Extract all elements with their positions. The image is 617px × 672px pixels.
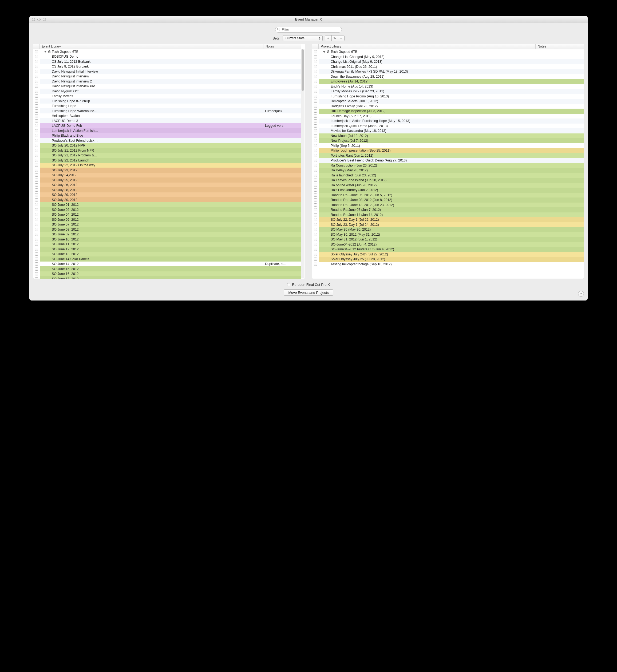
row-checkbox[interactable] (35, 257, 38, 261)
row-checkbox[interactable] (35, 60, 38, 63)
row-checkbox[interactable] (35, 75, 38, 78)
table-row[interactable]: Helicopters-Avalon (33, 114, 301, 119)
row-checkbox[interactable] (314, 115, 317, 118)
disclosure-triangle-icon[interactable] (323, 51, 326, 53)
row-checkbox[interactable] (314, 164, 317, 167)
row-checkbox[interactable] (35, 243, 38, 246)
row-checkbox[interactable] (314, 194, 317, 197)
table-row[interactable]: SO June 04, 2012 (33, 212, 301, 217)
row-checkbox[interactable] (314, 125, 317, 128)
row-checkbox[interactable] (35, 193, 38, 196)
row-checkbox[interactable] (35, 50, 38, 53)
row-checkbox[interactable] (314, 55, 317, 58)
row-checkbox[interactable] (314, 65, 317, 68)
row-checkbox[interactable] (35, 139, 38, 142)
row-checkbox[interactable] (314, 169, 317, 172)
table-row[interactable]: Road to Ra June 14 (Jun 14, 2012) (312, 212, 584, 218)
table-row[interactable]: Furnishing Hope Promo (Aug 16, 2013) (312, 94, 584, 99)
row-checkbox[interactable] (314, 179, 317, 182)
table-row[interactable]: David Newquist Initial Interview (33, 69, 301, 74)
table-row[interactable]: LACPUG Demo FebLogged vers… (33, 123, 301, 129)
sets-select[interactable]: Current State ▲▼ (282, 35, 323, 41)
table-row[interactable]: Launch Day (Aug 27, 2012) (312, 114, 584, 119)
table-row[interactable]: SO July 25, 2012 (33, 178, 301, 183)
table-row[interactable]: Erick's Home (Aug 14, 2013) (312, 84, 584, 89)
table-row[interactable]: LACPUG Demo 3 (33, 118, 301, 123)
move-button[interactable]: Move Events and Projects (284, 289, 333, 296)
reopen-checkbox[interactable] (287, 283, 290, 286)
table-row[interactable]: SO June 11, 2012 (33, 242, 301, 247)
table-row[interactable]: SO June 17, 2012 (33, 276, 301, 279)
row-checkbox[interactable] (314, 109, 317, 113)
row-checkbox[interactable] (314, 188, 317, 192)
table-row[interactable]: SO July 28, 2012 (33, 187, 301, 192)
row-checkbox[interactable] (35, 267, 38, 271)
table-row[interactable]: SO July 21, 2012 Problem &… (33, 153, 301, 158)
table-row[interactable]: Family Movies (33, 94, 301, 99)
table-row[interactable]: David Nyquist Oct (33, 88, 301, 94)
row-checkbox[interactable] (314, 233, 317, 236)
table-row[interactable]: SO July 29, 2012 (33, 192, 301, 198)
table-row[interactable]: Ra on the water (Jun 26, 2012) (312, 183, 584, 188)
row-checkbox[interactable] (35, 208, 38, 211)
row-checkbox[interactable] (314, 257, 317, 261)
table-row[interactable]: SO June 15, 2012 (33, 266, 301, 271)
row-checkbox[interactable] (314, 139, 317, 142)
row-checkbox[interactable] (35, 144, 38, 147)
table-row[interactable]: SO June 07, 2012 (33, 222, 301, 227)
row-checkbox[interactable] (35, 179, 38, 182)
table-row[interactable]: SO-June04-2012 Private Cut (Jun 4, 2012) (312, 247, 584, 252)
row-checkbox[interactable] (35, 248, 38, 251)
filter-input[interactable] (275, 27, 342, 33)
row-checkbox[interactable] (35, 159, 38, 162)
table-row[interactable]: CS July 8, 2012 Burbank (33, 64, 301, 69)
table-row[interactable]: Producer's Best Friend quick… (33, 138, 301, 143)
row-checkbox[interactable] (35, 188, 38, 192)
event-col-notes[interactable]: Notes (263, 44, 301, 49)
row-checkbox[interactable] (314, 154, 317, 157)
row-checkbox[interactable] (35, 109, 38, 113)
table-row[interactable]: SO July 22, 2012 Launch (33, 158, 301, 163)
table-row[interactable]: BOSCPUG Demo (33, 54, 301, 59)
table-row[interactable]: Road to Ra - June 05, 2012 (Jun 5, 2012) (312, 193, 584, 198)
group-row[interactable]: G-Tech Gspeed 6TB (33, 49, 301, 54)
table-row[interactable]: SO June 01, 2012 (33, 202, 301, 207)
help-button[interactable]: ? (578, 291, 584, 297)
table-row[interactable]: Lumberjack in Action Furnishing Hope (Ma… (312, 119, 584, 124)
table-row[interactable]: Lumberjack in Action Furnish… (33, 128, 301, 133)
row-checkbox[interactable] (35, 124, 38, 127)
edit-set-button[interactable]: ✎ (332, 35, 338, 41)
row-checkbox[interactable] (35, 203, 38, 206)
table-row[interactable]: Road to Ra - June 13, 2012 (Jun 23, 2012… (312, 203, 584, 208)
table-row[interactable]: SO May 30 (May 30, 2012) (312, 227, 584, 232)
row-checkbox[interactable] (314, 75, 317, 78)
row-checkbox[interactable] (35, 174, 38, 177)
table-row[interactable]: SO May 30, 2012 (May 31, 2012) (312, 232, 584, 237)
group-row[interactable]: G-Tech Gspeed 6TB (312, 49, 584, 54)
row-checkbox[interactable] (314, 184, 317, 187)
table-row[interactable]: SO July 23, 2012 (33, 168, 301, 173)
row-checkbox[interactable] (314, 213, 317, 216)
table-row[interactable]: Testing helicopter footage (Sep 10, 2012… (312, 262, 584, 267)
row-checkbox[interactable] (314, 129, 317, 133)
table-row[interactable]: Producer's Best Friend Quick Demo (Aug 2… (312, 158, 584, 163)
row-checkbox[interactable] (35, 164, 38, 167)
table-row[interactable]: Furnishing Hope Warehouse…Lumberjack… (33, 108, 301, 114)
close-window-button[interactable] (32, 18, 35, 21)
minimize-window-button[interactable] (37, 18, 40, 21)
row-checkbox[interactable] (314, 144, 317, 147)
table-row[interactable]: SO July 30, 2012 (33, 197, 301, 202)
scrollbar-thumb[interactable] (301, 49, 304, 91)
table-row[interactable]: Change List Original (May 9, 2013) (312, 59, 584, 64)
row-checkbox[interactable] (314, 95, 317, 98)
row-checkbox[interactable] (314, 208, 317, 211)
row-checkbox[interactable] (35, 213, 38, 216)
row-checkbox[interactable] (35, 90, 38, 93)
row-checkbox[interactable] (314, 198, 317, 202)
table-row[interactable]: SO July 23, Day 1 (Jul 24, 2012) (312, 222, 584, 227)
table-row[interactable]: SO June 14 Solar Panels (33, 256, 301, 261)
project-col-notes[interactable]: Notes (536, 44, 584, 49)
vertical-scrollbar[interactable] (301, 49, 304, 278)
disclosure-triangle-icon[interactable] (44, 51, 47, 52)
table-row[interactable]: Hodgetts Family (Dec 23, 2012) (312, 104, 584, 109)
